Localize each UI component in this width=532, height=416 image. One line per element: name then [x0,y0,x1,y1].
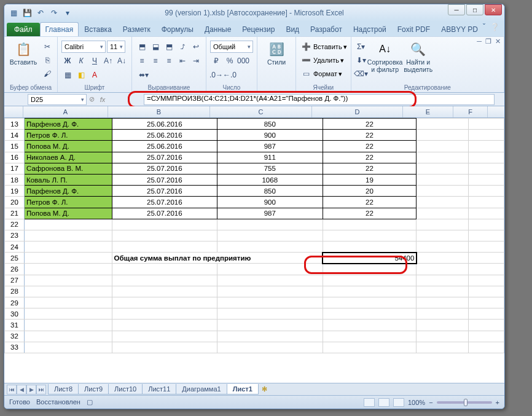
tab-formulas[interactable]: Формулы [156,22,199,36]
fill-icon[interactable]: ⬇▾ [355,54,367,66]
name-box[interactable]: D25 [28,94,87,105]
col-header-b[interactable]: B [108,106,210,117]
row-header[interactable]: 30 [5,308,25,320]
increase-decimal-icon[interactable]: .0→ [210,69,222,81]
cell[interactable]: 25.07.2016 [112,186,217,197]
cell[interactable] [217,342,323,353]
sheet-nav-next-icon[interactable]: ▶ [26,385,36,394]
cell[interactable]: 22 [323,152,417,163]
cell[interactable] [417,331,469,342]
font-size-combo[interactable]: 11 [107,41,125,53]
increase-indent-icon[interactable]: ⇥ [190,55,202,67]
row-header[interactable]: 17 [5,163,25,174]
cell[interactable]: 22 [323,119,417,130]
save-icon[interactable]: 💾 [22,7,33,18]
mdi-restore-icon[interactable]: ❐ [485,37,491,45]
cell[interactable] [217,297,323,308]
cell[interactable] [417,186,469,197]
cell[interactable]: 987 [217,208,323,219]
cell[interactable] [25,286,112,297]
font-name-combo[interactable]: Calibri [61,41,106,53]
tab-file[interactable]: Файл [7,23,40,36]
cell[interactable] [323,264,417,275]
cell[interactable] [217,308,323,320]
cell[interactable] [112,331,217,342]
cell[interactable]: Коваль Л. П. [25,174,112,185]
cell[interactable] [112,264,217,275]
align-middle-icon[interactable]: ⬓ [149,41,162,53]
row-header[interactable]: 24 [5,241,25,253]
cell[interactable]: 22 [323,197,417,208]
formula-input[interactable]: =СУММПРОИЗВ(C4:C21;D4:D21*(A4:A21="Парфе… [144,94,495,105]
cell[interactable] [112,219,217,230]
cell[interactable] [112,241,217,253]
zoom-in-icon[interactable]: + [496,399,499,406]
cell[interactable] [469,275,504,286]
cell[interactable] [469,320,504,331]
cell[interactable] [25,230,112,241]
cell[interactable] [323,308,417,320]
cell[interactable]: 25.07.2016 [112,163,217,174]
sheet-nav-first-icon[interactable]: ⏮ [7,385,17,394]
row-header[interactable]: 33 [5,342,25,353]
cell[interactable]: 25.07.2016 [112,197,217,208]
cell[interactable]: 900 [217,197,323,208]
cell[interactable] [417,208,469,219]
insert-cell-button[interactable]: ➕Вставить ▾ [300,41,347,53]
cell[interactable]: 22 [323,141,417,152]
cell[interactable]: 22 [323,163,417,174]
row-header[interactable]: 15 [5,141,25,152]
summary-value-cell[interactable]: 54400 [323,253,417,264]
undo-icon[interactable]: ↶ [35,7,46,18]
cut-icon[interactable]: ✂ [41,41,53,53]
sheet-tab[interactable]: Лист11 [142,384,176,394]
cell[interactable] [469,208,504,219]
cell[interactable] [417,308,469,320]
cell[interactable] [417,286,469,297]
close-button[interactable]: ✕ [485,4,502,15]
summary-label[interactable]: Общая сумма выплат по предприятию [112,253,323,264]
sheet-tab[interactable]: Лист1 [227,384,259,394]
view-pagelayout-icon[interactable] [378,398,389,407]
delete-cell-button[interactable]: ➖Удалить ▾ [300,54,344,66]
cell[interactable] [417,297,469,308]
cell[interactable] [217,230,323,241]
zoom-out-icon[interactable]: − [429,399,432,406]
cell[interactable]: 22 [323,208,417,219]
col-header-a[interactable]: A [23,106,108,117]
cell[interactable] [417,163,469,174]
align-left-icon[interactable]: ≡ [136,55,148,67]
cell[interactable] [112,320,217,331]
grid[interactable]: 13Парфенов Д. Ф.25.06.20168502214Петров … [4,118,504,383]
tab-abbyy[interactable]: ABBYY PD [436,22,483,36]
row-header[interactable]: 29 [5,297,25,308]
row-header[interactable]: 21 [5,208,25,219]
cell[interactable]: Попова М. Д. [25,141,112,152]
cell[interactable] [323,241,417,253]
cell[interactable] [469,197,504,208]
align-top-icon[interactable]: ⬒ [136,41,148,53]
tab-data[interactable]: Данные [199,22,237,36]
cell[interactable]: 1068 [217,174,323,185]
cell[interactable] [112,297,217,308]
cell[interactable]: 900 [217,130,323,141]
cell[interactable] [469,286,504,297]
cell[interactable] [469,331,504,342]
cell[interactable]: 850 [217,186,323,197]
row-header[interactable]: 28 [5,286,25,297]
number-format-combo[interactable]: Общий [210,41,253,53]
row-header[interactable]: 31 [5,320,25,331]
cell[interactable] [469,119,504,130]
cell[interactable] [417,141,469,152]
maximize-button[interactable]: □ [466,4,483,15]
cell[interactable] [469,141,504,152]
cell[interactable] [469,297,504,308]
format-cell-button[interactable]: ▭Формат ▾ [300,68,342,80]
cell[interactable] [217,275,323,286]
cell[interactable]: 25.07.2016 [112,152,217,163]
col-header-c[interactable]: C [210,106,312,117]
cell[interactable] [417,342,469,353]
cell[interactable] [217,264,323,275]
cell[interactable] [217,219,323,230]
cell[interactable]: Петров Ф. Л. [25,197,112,208]
